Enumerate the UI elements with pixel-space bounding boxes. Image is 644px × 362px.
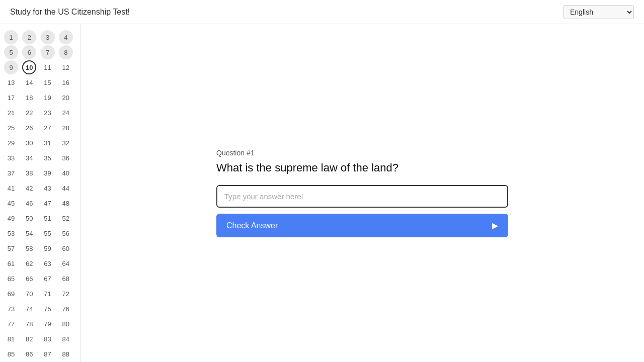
- sidebar-item[interactable]: 84: [59, 332, 73, 346]
- sidebar-item[interactable]: 37: [4, 166, 18, 180]
- sidebar-item[interactable]: 62: [22, 256, 36, 270]
- sidebar-item[interactable]: 69: [4, 287, 18, 301]
- sidebar-item[interactable]: 20: [59, 90, 73, 105]
- sidebar-item[interactable]: 31: [41, 136, 55, 150]
- sidebar-item[interactable]: 29: [4, 136, 18, 150]
- sidebar-item[interactable]: 61: [4, 256, 18, 270]
- sidebar-item[interactable]: 78: [22, 317, 36, 331]
- sidebar-item[interactable]: 6: [22, 45, 36, 59]
- sidebar-item[interactable]: 10: [22, 60, 36, 74]
- check-answer-button[interactable]: Check Answer ▶: [216, 214, 508, 237]
- sidebar-item[interactable]: 59: [41, 241, 55, 255]
- sidebar-item[interactable]: 28: [59, 121, 73, 135]
- sidebar-item[interactable]: 82: [22, 332, 36, 346]
- sidebar-item[interactable]: 60: [59, 241, 73, 255]
- sidebar-item[interactable]: 75: [41, 302, 55, 316]
- sidebar-item[interactable]: 71: [41, 287, 55, 301]
- sidebar-item[interactable]: 40: [59, 166, 73, 180]
- question-label: Question #1: [216, 149, 508, 157]
- sidebar-item[interactable]: 35: [41, 151, 55, 165]
- sidebar-item[interactable]: 70: [22, 287, 36, 301]
- sidebar-item[interactable]: 1: [4, 30, 18, 44]
- sidebar-item[interactable]: 9: [4, 60, 18, 74]
- sidebar-item[interactable]: 52: [59, 211, 73, 225]
- sidebar-item[interactable]: 88: [59, 347, 73, 361]
- answer-input[interactable]: [216, 185, 508, 208]
- sidebar-item[interactable]: 81: [4, 332, 18, 346]
- sidebar-item[interactable]: 23: [41, 106, 55, 120]
- header-title: Study for the US Citizenship Test!: [10, 8, 130, 17]
- sidebar-item[interactable]: 25: [4, 121, 18, 135]
- sidebar-item[interactable]: 46: [22, 196, 36, 210]
- sidebar-item[interactable]: 4: [59, 30, 73, 44]
- sidebar-item[interactable]: 19: [41, 90, 55, 105]
- sidebar-item[interactable]: 76: [59, 302, 73, 316]
- sidebar-item[interactable]: 86: [22, 347, 36, 361]
- sidebar-item[interactable]: 67: [41, 272, 55, 286]
- sidebar-item[interactable]: 58: [22, 241, 36, 255]
- sidebar-item[interactable]: 7: [41, 45, 55, 59]
- sidebar-item[interactable]: 42: [22, 181, 36, 195]
- main-layout: 1234567891011121314151617181920212223242…: [0, 24, 644, 362]
- sidebar-item[interactable]: 24: [59, 106, 73, 120]
- question-text: What is the supreme law of the land?: [216, 161, 508, 175]
- sidebar-item[interactable]: 15: [41, 75, 55, 89]
- sidebar-item[interactable]: 8: [59, 45, 73, 59]
- check-answer-arrow: ▶: [492, 221, 498, 230]
- sidebar-item[interactable]: 79: [41, 317, 55, 331]
- sidebar-item[interactable]: 45: [4, 196, 18, 210]
- sidebar-item[interactable]: 30: [22, 136, 36, 150]
- sidebar-item[interactable]: 47: [41, 196, 55, 210]
- sidebar-item[interactable]: 32: [59, 136, 73, 150]
- sidebar-item[interactable]: 50: [22, 211, 36, 225]
- sidebar-item[interactable]: 64: [59, 256, 73, 270]
- sidebar-item[interactable]: 43: [41, 181, 55, 195]
- sidebar-item[interactable]: 22: [22, 106, 36, 120]
- sidebar-item[interactable]: 83: [41, 332, 55, 346]
- sidebar-item[interactable]: 65: [4, 272, 18, 286]
- sidebar-item[interactable]: 74: [22, 302, 36, 316]
- sidebar-item[interactable]: 56: [59, 226, 73, 240]
- sidebar-item[interactable]: 39: [41, 166, 55, 180]
- sidebar-item[interactable]: 2: [22, 30, 36, 44]
- sidebar-item[interactable]: 54: [22, 226, 36, 240]
- sidebar-item[interactable]: 12: [59, 60, 73, 74]
- sidebar-item[interactable]: 36: [59, 151, 73, 165]
- sidebar-item[interactable]: 13: [4, 75, 18, 89]
- sidebar-item[interactable]: 55: [41, 226, 55, 240]
- sidebar-item[interactable]: 63: [41, 256, 55, 270]
- sidebar-item[interactable]: 27: [41, 121, 55, 135]
- sidebar: 1234567891011121314151617181920212223242…: [0, 24, 80, 362]
- sidebar-item[interactable]: 51: [41, 211, 55, 225]
- sidebar-item[interactable]: 72: [59, 287, 73, 301]
- sidebar-item[interactable]: 17: [4, 90, 18, 105]
- sidebar-item[interactable]: 16: [59, 75, 73, 89]
- sidebar-item[interactable]: 5: [4, 45, 18, 59]
- sidebar-item[interactable]: 14: [22, 75, 36, 89]
- sidebar-item[interactable]: 87: [41, 347, 55, 361]
- sidebar-item[interactable]: 68: [59, 272, 73, 286]
- content-area: Question #1 What is the supreme law of t…: [80, 24, 644, 362]
- question-container: Question #1 What is the supreme law of t…: [216, 149, 508, 238]
- sidebar-item[interactable]: 41: [4, 181, 18, 195]
- sidebar-item[interactable]: 66: [22, 272, 36, 286]
- sidebar-item[interactable]: 85: [4, 347, 18, 361]
- sidebar-item[interactable]: 53: [4, 226, 18, 240]
- sidebar-item[interactable]: 80: [59, 317, 73, 331]
- sidebar-item[interactable]: 26: [22, 121, 36, 135]
- language-select[interactable]: English Spanish French Chinese Vietnames…: [564, 5, 634, 19]
- sidebar-item[interactable]: 3: [41, 30, 55, 44]
- sidebar-item[interactable]: 48: [59, 196, 73, 210]
- sidebar-item[interactable]: 77: [4, 317, 18, 331]
- sidebar-item[interactable]: 44: [59, 181, 73, 195]
- sidebar-item[interactable]: 38: [22, 166, 36, 180]
- sidebar-item[interactable]: 21: [4, 106, 18, 120]
- sidebar-item[interactable]: 57: [4, 241, 18, 255]
- sidebar-item[interactable]: 34: [22, 151, 36, 165]
- check-answer-label: Check Answer: [226, 221, 278, 230]
- sidebar-item[interactable]: 11: [41, 60, 55, 74]
- sidebar-item[interactable]: 33: [4, 151, 18, 165]
- sidebar-item[interactable]: 18: [22, 90, 36, 105]
- sidebar-item[interactable]: 73: [4, 302, 18, 316]
- sidebar-item[interactable]: 49: [4, 211, 18, 225]
